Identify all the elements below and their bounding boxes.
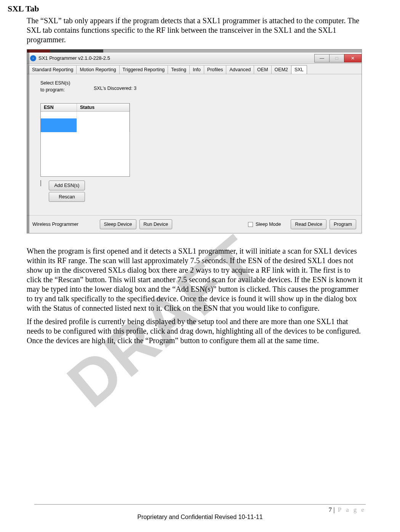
column-header-status[interactable]: Status — [77, 104, 130, 111]
add-esn-button[interactable]: Add ESN(s) — [49, 181, 85, 190]
esn-table[interactable]: ESN Status — [40, 103, 130, 177]
esn-input[interactable] — [40, 180, 41, 186]
tab-content-sxl: Select ESN(s) to program: SXL's Discover… — [27, 74, 362, 215]
app-window-screenshot: › SX1 Programmer v2.1.0-228-2.5 — □ ✕ St… — [27, 49, 362, 233]
page-footer: 7 | P a g e Proprietary and Confidential… — [34, 504, 366, 521]
app-icon: › — [30, 55, 36, 61]
sleep-mode-label: Sleep Mode — [256, 222, 281, 227]
intro-paragraph: The “SXL” tab only appears if the progra… — [27, 16, 366, 45]
minimize-button[interactable]: — — [314, 54, 330, 62]
cell-esn — [41, 118, 77, 125]
cell-status — [77, 118, 130, 125]
tab-profiles[interactable]: Profiles — [204, 65, 227, 74]
maximize-button[interactable]: □ — [329, 54, 344, 62]
esn-table-header: ESN Status — [41, 104, 130, 112]
tab-triggered-reporting[interactable]: Triggered Reporting — [119, 65, 168, 74]
cell-esn — [41, 125, 77, 132]
select-esn-label-line1: Select ESN(s) — [40, 80, 70, 86]
tab-motion-reporting[interactable]: Motion Reporting — [76, 65, 119, 74]
table-row[interactable] — [41, 118, 130, 125]
run-device-button[interactable]: Run Device — [139, 219, 173, 229]
paragraph-scan-instructions: When the program is first opened and it … — [27, 246, 366, 313]
tab-info[interactable]: Info — [189, 65, 204, 74]
tab-testing[interactable]: Testing — [168, 65, 190, 74]
bottom-toolbar: Wireless Programmer Sleep Device Run Dev… — [27, 215, 362, 233]
wireless-programmer-label: Wireless Programmer — [32, 222, 78, 227]
window-title: SX1 Programmer v2.1.0-228-2.5 — [38, 55, 110, 61]
page-separator: | — [333, 506, 334, 513]
cell-status — [77, 125, 130, 132]
discovered-count-label: SXL's Discovered: 3 — [94, 86, 136, 91]
sleep-mode-checkbox[interactable] — [248, 222, 253, 227]
rescan-button[interactable]: Rescan — [49, 192, 85, 202]
esn-table-body[interactable] — [41, 112, 130, 176]
tab-sxl[interactable]: SXL — [291, 65, 307, 74]
page-number-value: 7 — [328, 506, 332, 513]
desktop-background-strip — [27, 50, 362, 53]
program-button[interactable]: Program — [330, 219, 356, 229]
cell-status — [77, 112, 130, 118]
read-device-button[interactable]: Read Device — [291, 219, 326, 229]
tab-bar: Standard Reporting Motion Reporting Trig… — [27, 64, 362, 74]
tab-advanced[interactable]: Advanced — [226, 65, 254, 74]
footer-proprietary-line: Proprietary and Confidential Revised 10-… — [34, 514, 366, 521]
cell-esn — [41, 112, 77, 118]
window-left-shadow — [27, 50, 29, 233]
paragraph-multi-program: If the desired profile is currently bein… — [27, 317, 366, 345]
tab-standard-reporting[interactable]: Standard Reporting — [29, 65, 77, 74]
sleep-mode-checkbox-wrap[interactable]: Sleep Mode — [248, 222, 281, 227]
page-number: 7 | P a g e — [328, 506, 366, 514]
window-titlebar: › SX1 Programmer v2.1.0-228-2.5 — □ ✕ — [27, 53, 362, 64]
column-header-esn[interactable]: ESN — [41, 104, 77, 111]
table-row[interactable] — [41, 125, 130, 132]
sleep-device-button[interactable]: Sleep Device — [100, 219, 136, 229]
table-row[interactable] — [41, 112, 130, 118]
tab-oem2[interactable]: OEM2 — [271, 65, 291, 74]
close-button[interactable]: ✕ — [344, 54, 362, 62]
select-esn-label-line2: to program: — [40, 87, 65, 93]
tab-oem[interactable]: OEM — [254, 65, 271, 74]
page-word: P a g e — [338, 506, 366, 513]
section-heading: SXL Tab — [8, 4, 370, 14]
